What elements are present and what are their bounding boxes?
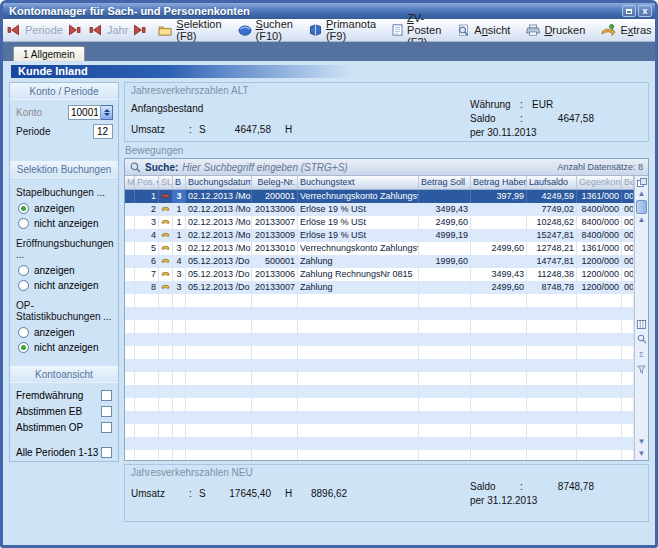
radio-icon[interactable] <box>18 218 29 229</box>
colon: : <box>189 488 199 499</box>
ansicht-button[interactable]: Ansicht <box>453 22 514 39</box>
radio-option[interactable]: anzeigen <box>18 265 113 276</box>
table-row[interactable]: 6405.12.2013 /Do500001Zahlung1999,601474… <box>125 255 634 268</box>
cell-betrag-soll <box>419 268 471 281</box>
empty-table-row[interactable] <box>125 450 634 460</box>
checkbox-row[interactable]: Alle Perioden 1-13 <box>10 447 118 458</box>
table-row[interactable]: 1302.12.2013 /Mo200001Verrechnungskonto … <box>125 190 634 203</box>
radio-option-label: anzeigen <box>34 203 75 214</box>
column-chooser-icon[interactable] <box>635 176 648 188</box>
col-header-laufsaldo[interactable]: Laufsaldo <box>527 176 577 189</box>
checkbox-row[interactable]: Abstimmen EB <box>10 406 118 417</box>
col-header-pos[interactable]: Pos.▼ <box>135 176 159 189</box>
empty-table-row[interactable] <box>125 398 634 411</box>
magnifier-icon[interactable] <box>635 333 648 345</box>
col-header-betrag-soll[interactable]: Betrag Soll <box>419 176 471 189</box>
table-row[interactable]: 5302.12.2013 /Mo20133010Verrechnungskont… <box>125 242 634 255</box>
empty-table-row[interactable] <box>125 372 634 385</box>
suchen-button[interactable]: Suchen (F10) <box>234 16 297 44</box>
col-header-m[interactable]: M <box>125 176 135 189</box>
table-row[interactable]: 8305.12.2013 /Do20133007Zahlung2499,6087… <box>125 281 634 294</box>
checkbox-icon[interactable] <box>101 406 112 417</box>
col-header-be[interactable]: Be <box>622 176 634 189</box>
selektion-button[interactable]: Selektion (F8) <box>154 16 225 44</box>
empty-table-row[interactable] <box>125 333 634 346</box>
empty-table-row[interactable] <box>125 307 634 320</box>
saldo-label: Saldo <box>470 113 520 124</box>
batch-stack-icon <box>159 242 173 255</box>
radio-icon[interactable] <box>18 327 29 338</box>
col-header-buchungsdatum[interactable]: Buchungsdatum <box>186 176 252 189</box>
empty-table-row[interactable] <box>125 294 634 307</box>
radio-icon[interactable] <box>18 265 29 276</box>
checkbox-row[interactable]: Fremdwährung <box>10 390 118 401</box>
radio-option[interactable]: nicht anzeigen <box>18 218 113 229</box>
periode-next-button[interactable] <box>68 22 81 38</box>
scroll-down-icon[interactable]: ▼ <box>635 448 648 460</box>
empty-table-row[interactable] <box>125 424 634 437</box>
scroll-up-icon[interactable]: ▲ <box>635 188 648 200</box>
drucken-button[interactable]: Drucken <box>522 22 589 38</box>
table-row[interactable]: 4102.12.2013 /Mo20133009Erlöse 19 % USt4… <box>125 229 634 242</box>
cell-empty <box>159 346 173 359</box>
radio-option[interactable]: nicht anzeigen <box>18 280 113 291</box>
tab-allgemein[interactable]: 1 Allgemein <box>13 46 85 61</box>
empty-table-row[interactable] <box>125 437 634 450</box>
col-header-betrag-haben[interactable]: Betrag Haben <box>471 176 527 189</box>
cell-empty <box>125 359 135 372</box>
radio-icon[interactable] <box>18 342 29 353</box>
cell-empty <box>298 359 419 372</box>
extras-button[interactable]: Extras <box>597 22 655 38</box>
close-icon[interactable]: x <box>638 5 652 17</box>
search-bar[interactable]: Suche: Hier Suchbegriff eingeben (STRG+S… <box>125 159 648 176</box>
restore-icon[interactable] <box>622 5 636 17</box>
scroll-up-page-icon[interactable]: ▲ <box>635 214 648 226</box>
scroll-down-page-icon[interactable]: ▼ <box>635 436 648 448</box>
empty-table-row[interactable] <box>125 411 634 424</box>
periode-prev-button[interactable] <box>7 22 20 38</box>
empty-table-row[interactable] <box>125 346 634 359</box>
table-row[interactable]: 2102.12.2013 /Mo20133006Erlöse 19 % USt3… <box>125 203 634 216</box>
checkbox-icon[interactable] <box>101 390 112 401</box>
table-row[interactable]: 7305.12.2013 /Do20133006Zahlung Rechnung… <box>125 268 634 281</box>
batch-stack-icon <box>159 216 173 229</box>
empty-table-row[interactable] <box>125 320 634 333</box>
cell-empty <box>622 333 634 346</box>
columns-icon[interactable] <box>635 318 648 330</box>
periode-label: Periode <box>21 22 67 38</box>
radio-option[interactable]: nicht anzeigen <box>18 342 113 353</box>
col-header-gegenkonto[interactable]: Gegenkonto <box>577 176 622 189</box>
konto-spinner[interactable] <box>101 105 113 120</box>
checkbox-icon[interactable] <box>101 422 112 433</box>
filter-icon[interactable] <box>635 363 648 375</box>
scrollbar-thumb[interactable] <box>636 200 647 214</box>
col-header-b[interactable]: B <box>173 176 186 189</box>
jahr-next-button[interactable] <box>133 22 146 38</box>
konto-input[interactable] <box>68 105 101 120</box>
col-header-buchungstext[interactable]: Buchungstext <box>298 176 419 189</box>
jvz-alt-title: Jahresverkehrszahlen ALT <box>131 85 642 96</box>
checkbox-row[interactable]: Abstimmen OP <box>10 422 118 433</box>
checkbox-icon[interactable] <box>101 447 112 458</box>
cell-empty <box>577 411 622 424</box>
radio-icon[interactable] <box>18 203 29 214</box>
table-row[interactable]: 3102.12.2013 /Mo20133007Erlöse 19 % USt2… <box>125 216 634 229</box>
col-header-beleg-nr[interactable]: Beleg-Nr. <box>252 176 298 189</box>
periode-input[interactable] <box>93 124 113 139</box>
sum-icon[interactable]: Σ <box>635 348 648 360</box>
cell-pos: 2 <box>135 203 159 216</box>
empty-table-row[interactable] <box>125 359 634 372</box>
radio-icon[interactable] <box>18 280 29 291</box>
printer-icon <box>526 24 540 36</box>
jahr-prev-button[interactable] <box>89 22 102 38</box>
radio-option[interactable]: anzeigen <box>18 327 113 338</box>
radio-option[interactable]: anzeigen <box>18 203 113 214</box>
empty-table-row[interactable] <box>125 385 634 398</box>
cell-empty <box>622 424 634 437</box>
cell-marker <box>125 242 135 255</box>
cell-betrag-haben <box>471 229 527 242</box>
cell-buchungstext: Erlöse 19 % USt <box>298 203 419 216</box>
col-header-st[interactable]: St. <box>159 176 173 189</box>
cell-empty <box>173 359 186 372</box>
primanota-button[interactable]: Primanota (F9) <box>305 16 380 44</box>
